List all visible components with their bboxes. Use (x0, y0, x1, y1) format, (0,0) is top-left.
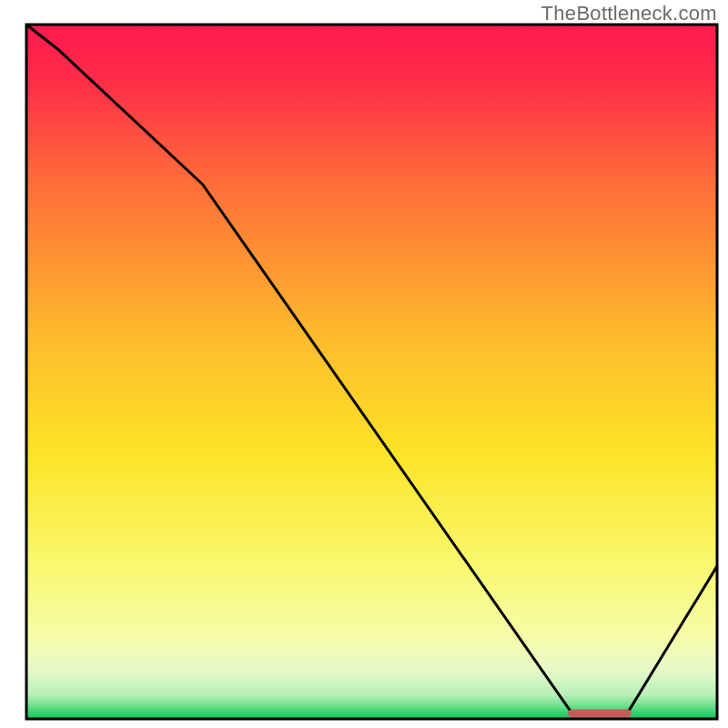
chart-container: TheBottleneck.com (0, 0, 728, 728)
bottleneck-chart-svg (0, 0, 728, 728)
watermark-text: TheBottleneck.com (541, 2, 717, 25)
plot-background-gradient (26, 25, 717, 719)
